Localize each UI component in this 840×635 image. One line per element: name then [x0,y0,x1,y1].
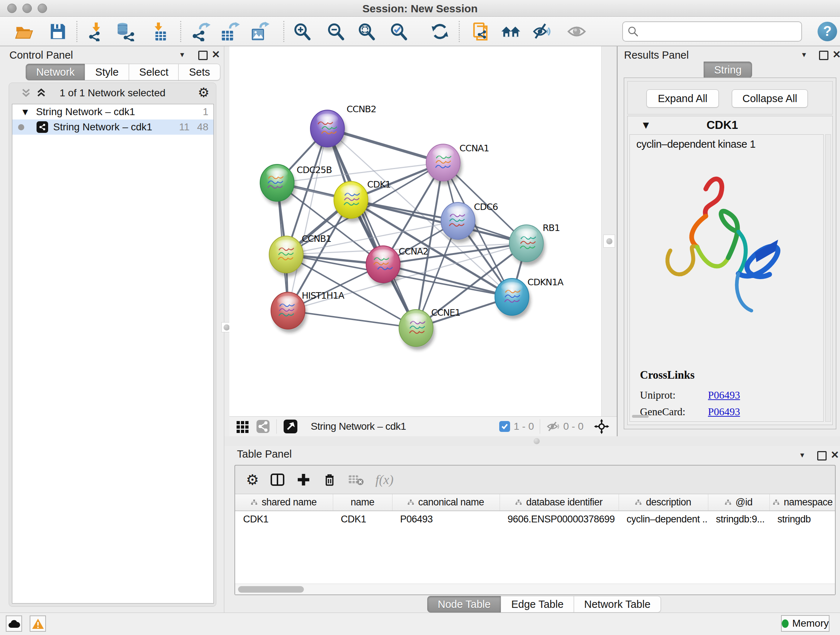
memory-button[interactable]: Memory [781,615,829,632]
hidden-eye-icon[interactable] [546,421,560,432]
cloud-icon [8,619,20,629]
column-header-database-identifier[interactable]: database identifier [500,494,619,511]
tab-node-table[interactable]: Node Table [427,596,501,613]
table-cell[interactable]: stringdb:9... [708,511,769,527]
left-splitter[interactable] [224,46,229,436]
node-CDC6[interactable] [441,203,475,239]
eye-disabled-icon[interactable] [566,22,587,41]
node-CDKN1A[interactable] [495,279,529,315]
expand-all-button[interactable]: Expand All [646,89,719,108]
selected-checkbox-icon[interactable] [499,421,510,432]
panel-close-icon[interactable]: ✕ [212,49,220,61]
tab-network[interactable]: Network [26,64,85,80]
help-button[interactable]: ? [818,22,837,41]
node-CDK1[interactable] [334,181,368,218]
collapse-all-button[interactable]: Collapse All [732,89,808,108]
tab-network-table[interactable]: Network Table [574,596,661,613]
show-columns-icon[interactable] [270,472,285,487]
network-collection-row[interactable]: ▼ String Network – cdk1 1 [12,104,213,119]
horizontal-splitter-handle[interactable] [534,438,540,444]
grid-view-icon[interactable] [236,420,249,433]
column-header-name[interactable]: name [333,494,392,511]
birds-eye-view-icon[interactable] [283,419,298,434]
panel-float-icon[interactable] [819,51,829,60]
column-header-shared-name[interactable]: shared name [235,494,333,511]
refresh-icon[interactable] [429,22,450,41]
tab-edge-table[interactable]: Edge Table [501,596,574,613]
network-options-gear-icon[interactable]: ⚙ [198,85,210,100]
fit-content-crosshair-icon[interactable] [594,418,609,434]
tree-expander-icon[interactable]: ▼ [22,108,28,116]
table-cell[interactable]: cyclin–dependent ... [619,511,708,527]
table-hscrollbar[interactable] [235,584,835,594]
crosslink-link[interactable]: P06493 [708,406,740,418]
node-CCNA2[interactable] [366,246,400,283]
column-header-label: database identifier [526,497,602,508]
search-input[interactable] [643,24,798,39]
table-cell[interactable]: CDK1 [333,511,392,527]
right-splitter[interactable] [601,46,616,416]
table-options-gear-icon[interactable]: ⚙ [246,471,259,488]
network-view-share-icon[interactable] [256,420,270,433]
zoom-selected-icon[interactable] [388,22,409,41]
delete-column-icon[interactable] [322,472,337,487]
import-network-database-icon[interactable] [115,22,136,41]
import-network-file-icon[interactable] [86,22,107,41]
node-CCNB1[interactable] [269,236,303,273]
panel-float-icon[interactable] [817,451,827,461]
save-session-icon[interactable] [47,22,68,41]
panel-collapse-icon[interactable]: ▾ [180,49,184,61]
column-header-namespace[interactable]: namespace [769,494,835,511]
node-CCNB2[interactable] [310,110,344,147]
panel-close-icon[interactable]: ✕ [831,449,839,461]
table-cell[interactable]: stringdb [769,511,835,527]
node-RB1[interactable] [509,225,543,262]
network-canvas[interactable]: CCNB2CCNA1CDC25BCDK1CDC6RB1CCNB1CCNA2CDK… [229,46,601,416]
zoom-in-icon[interactable] [292,22,313,41]
delete-table-icon[interactable] [348,472,365,487]
node-CDC25B[interactable] [260,165,294,201]
cloud-status-button[interactable] [6,616,22,632]
network-home-icon[interactable] [500,22,521,41]
warning-status-button[interactable] [30,616,46,632]
table-cell[interactable]: CDK1 [235,511,333,527]
export-table-icon[interactable] [219,22,240,41]
export-image-icon[interactable] [249,22,270,41]
column-header-description[interactable]: description [619,494,708,511]
import-table-icon[interactable] [149,22,170,41]
node-HIST1H1A[interactable] [271,292,305,329]
table-hscroll-thumb[interactable] [238,586,304,593]
entry-vscrollbar[interactable] [825,134,831,422]
column-header--id[interactable]: @id [708,494,769,511]
tab-select[interactable]: Select [129,64,179,80]
network-graph[interactable]: CCNB2CCNA1CDC25BCDK1CDC6RB1CCNB1CCNA2CDK… [229,46,601,418]
function-builder-icon[interactable]: f(x) [376,472,393,487]
crosslink-link[interactable]: P06493 [708,389,740,401]
results-panel-title: Results Panel [624,49,689,61]
table-row[interactable]: CDK1CDK1P064939606.ENSP00000378699cyclin… [235,511,835,527]
share-document-icon[interactable] [471,22,492,41]
entry-hscroll-thumb[interactable] [632,415,649,418]
tab-style[interactable]: Style [85,64,129,80]
zoom-fit-icon[interactable] [356,22,377,41]
panel-collapse-icon[interactable]: ▾ [802,49,806,61]
column-header-canonical-name[interactable]: canonical name [392,494,500,511]
entry-collapse-icon[interactable]: ▼ [643,120,649,130]
open-session-icon[interactable] [14,22,35,41]
tab-sets[interactable]: Sets [178,64,220,80]
panel-collapse-icon[interactable]: ▾ [800,449,804,461]
horizontal-splitter[interactable] [224,436,840,446]
hide-show-eye-icon[interactable] [532,22,554,41]
panel-close-icon[interactable]: ✕ [832,49,840,61]
tab-string[interactable]: String [704,62,752,78]
node-CCNA1[interactable] [426,144,460,181]
zoom-out-icon[interactable] [325,22,347,41]
right-splitter-handle[interactable] [603,234,615,248]
export-network-icon[interactable] [190,22,211,41]
table-cell[interactable]: 9606.ENSP00000378699 [500,511,619,527]
network-row-selected[interactable]: String Network – cdk1 11 48 [12,119,213,135]
panel-float-icon[interactable] [198,51,208,60]
add-column-icon[interactable] [296,472,311,487]
node-CCNE1[interactable] [399,310,433,347]
table-cell[interactable]: P06493 [392,511,500,527]
